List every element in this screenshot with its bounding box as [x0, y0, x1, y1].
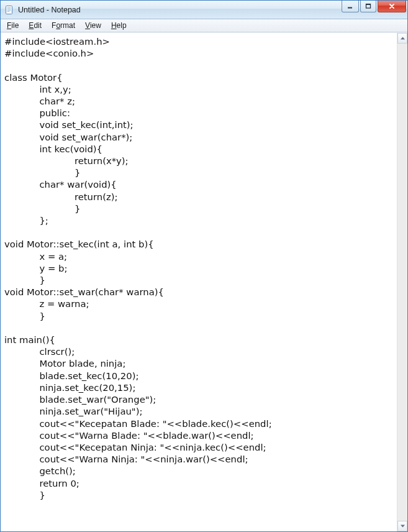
- scroll-up-button[interactable]: [397, 33, 407, 44]
- menu-help[interactable]: Help: [106, 20, 132, 31]
- vertical-scrollbar[interactable]: [397, 33, 407, 531]
- menu-edit-label: dit: [34, 21, 42, 30]
- menu-edit[interactable]: Edit: [24, 20, 47, 31]
- menu-view[interactable]: View: [80, 20, 106, 31]
- menu-file-label: ile: [11, 21, 19, 30]
- scroll-down-button[interactable]: [397, 521, 407, 531]
- menu-help-label-u: H: [111, 21, 117, 30]
- menu-format[interactable]: Format: [47, 20, 80, 31]
- menu-file[interactable]: File: [2, 20, 24, 31]
- menu-view-label-u: V: [85, 21, 90, 30]
- window-title: Untitled - Notepad: [18, 6, 81, 14]
- menubar: File Edit Format View Help: [1, 19, 407, 32]
- notepad-icon: [4, 5, 14, 15]
- menu-format-label: rmat: [60, 21, 75, 30]
- content-area: #include<iostream.h> #include<conio.h> c…: [1, 32, 407, 531]
- menu-view-label: iew: [90, 21, 101, 30]
- close-button[interactable]: [378, 1, 406, 12]
- scroll-track[interactable]: [397, 44, 407, 521]
- menu-help-label: elp: [117, 21, 127, 30]
- titlebar[interactable]: Untitled - Notepad: [1, 1, 407, 19]
- text-editor[interactable]: #include<iostream.h> #include<conio.h> c…: [1, 33, 397, 531]
- notepad-window: Untitled - Notepad File Edit Format View…: [0, 0, 408, 532]
- maximize-button[interactable]: [360, 1, 376, 12]
- window-controls: [342, 1, 406, 19]
- minimize-button[interactable]: [342, 1, 359, 12]
